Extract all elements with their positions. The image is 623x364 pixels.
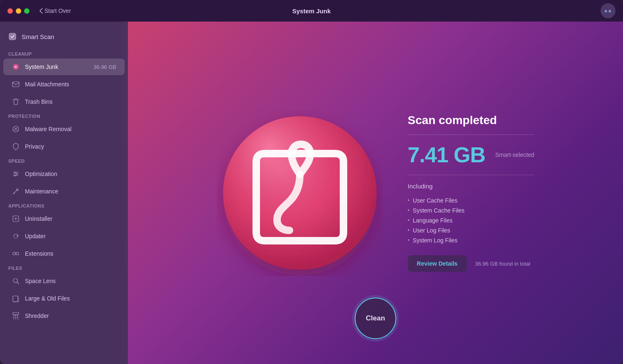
mail-icon [12, 80, 20, 88]
sidebar-item-updater[interactable]: Updater [3, 228, 125, 244]
svg-point-8 [16, 173, 17, 175]
large-old-files-icon [12, 294, 20, 303]
cleaner-app-icon [217, 110, 383, 276]
chevron-left-icon [39, 8, 43, 14]
sidebar-item-trash-bins[interactable]: Trash Bins [3, 93, 125, 110]
sidebar-item-malware-removal[interactable]: Malware Removal [3, 121, 125, 137]
malware-icon [12, 125, 20, 133]
smart-selected-label: Smart-selected [495, 151, 534, 158]
system-junk-size: 36.96 GB [93, 64, 116, 70]
section-protection: Protection [0, 110, 128, 120]
list-item: User Cache Files [408, 197, 535, 204]
sidebar-item-system-junk[interactable]: System Junk 36.96 GB [3, 59, 125, 75]
section-files: Files [0, 262, 128, 272]
divider-1 [408, 134, 535, 135]
close-traffic-light[interactable] [7, 8, 13, 14]
uninstaller-label: Uninstaller [25, 215, 52, 222]
updater-icon [12, 232, 20, 240]
back-label: Start Over [44, 7, 71, 14]
privacy-icon [12, 142, 20, 151]
sidebar-item-large-old-files[interactable]: Large & Old Files [3, 290, 125, 307]
action-row: Review Details 36.96 GB found in total [408, 255, 535, 272]
shredder-icon [12, 312, 20, 320]
trash-bins-label: Trash Bins [25, 98, 52, 105]
window-title: System Junk [292, 7, 331, 15]
sidebar-item-extensions[interactable]: Extensions [3, 245, 125, 262]
space-lens-icon [12, 277, 20, 285]
smart-scan-label: Smart Scan [22, 33, 54, 40]
list-item: System Log Files [408, 237, 535, 244]
more-options-button[interactable]: ●● [601, 3, 616, 18]
found-total-text: 36.96 GB found in total [475, 261, 530, 267]
sidebar-item-privacy[interactable]: Privacy [3, 138, 125, 155]
svg-rect-16 [13, 313, 19, 315]
clean-button[interactable]: Clean [355, 298, 396, 339]
mail-attachments-label: Mail Attachments [25, 81, 69, 88]
privacy-label: Privacy [25, 143, 44, 150]
shredder-label: Shredder [25, 313, 49, 319]
traffic-lights [7, 8, 29, 14]
scan-title: Scan completed [408, 114, 535, 127]
dots-icon: ●● [604, 7, 612, 14]
section-applications: Applications [0, 200, 128, 210]
svg-point-18 [223, 116, 377, 270]
clean-button-container: Clean [355, 298, 396, 339]
size-value: 7.41 GB [408, 142, 486, 167]
review-details-button[interactable]: Review Details [408, 255, 467, 272]
space-lens-label: Space Lens [25, 278, 56, 284]
titlebar-left: Start Over [7, 7, 71, 14]
system-junk-label: System Junk [25, 64, 58, 70]
system-junk-icon [12, 63, 20, 71]
titlebar-right: ●● [601, 3, 616, 18]
info-panel: Scan completed 7.41 GB Smart-selected In… [408, 114, 535, 272]
minimize-traffic-light[interactable] [16, 8, 21, 14]
app-icon-container [217, 110, 383, 276]
sidebar-item-mail-attachments[interactable]: Mail Attachments [3, 76, 125, 93]
svg-rect-11 [13, 252, 15, 255]
svg-rect-12 [16, 252, 19, 255]
divider-2 [408, 175, 535, 175]
list-item: System Cache Files [408, 207, 535, 214]
sidebar-item-maintenance[interactable]: Maintenance [3, 183, 125, 200]
maximize-traffic-light[interactable] [24, 8, 29, 14]
content-area: Scan completed 7.41 GB Smart-selected In… [128, 22, 623, 364]
svg-point-7 [15, 172, 16, 173]
section-cleanup: Cleanup [0, 48, 128, 58]
sidebar: Smart Scan Cleanup System Junk 36.96 GB [0, 22, 128, 364]
sidebar-item-smart-scan[interactable]: Smart Scan [0, 27, 128, 46]
malware-removal-label: Malware Removal [25, 126, 71, 132]
list-item: Language Files [408, 217, 535, 224]
svg-point-9 [15, 175, 16, 176]
main-layout: Smart Scan Cleanup System Junk 36.96 GB [0, 22, 623, 364]
svg-line-14 [17, 282, 19, 284]
section-speed: Speed [0, 155, 128, 165]
svg-rect-2 [12, 82, 19, 87]
smart-scan-icon [8, 32, 17, 41]
including-label: Including [408, 183, 535, 190]
file-list: User Cache Files System Cache Files Lang… [408, 197, 535, 244]
optimization-icon [12, 170, 20, 178]
trash-icon [12, 98, 20, 106]
optimization-label: Optimization [25, 171, 57, 177]
back-button[interactable]: Start Over [39, 7, 71, 14]
sidebar-item-uninstaller[interactable]: Uninstaller [3, 210, 125, 227]
sidebar-item-shredder[interactable]: Shredder [3, 308, 125, 324]
extensions-icon [12, 249, 20, 258]
app-window: Start Over System Junk ●● Smart Scan [0, 0, 623, 364]
sidebar-item-space-lens[interactable]: Space Lens [3, 273, 125, 289]
maintenance-label: Maintenance [25, 188, 58, 195]
svg-rect-15 [13, 296, 18, 302]
uninstaller-icon [12, 215, 20, 223]
list-item: User Log Files [408, 227, 535, 234]
size-row: 7.41 GB Smart-selected [408, 142, 535, 167]
sidebar-item-optimization[interactable]: Optimization [3, 166, 125, 182]
svg-rect-0 [9, 33, 16, 40]
extensions-label: Extensions [25, 250, 53, 257]
maintenance-icon [12, 187, 20, 195]
titlebar: Start Over System Junk ●● [0, 0, 623, 22]
updater-label: Updater [25, 233, 46, 239]
large-old-files-label: Large & Old Files [25, 295, 70, 302]
